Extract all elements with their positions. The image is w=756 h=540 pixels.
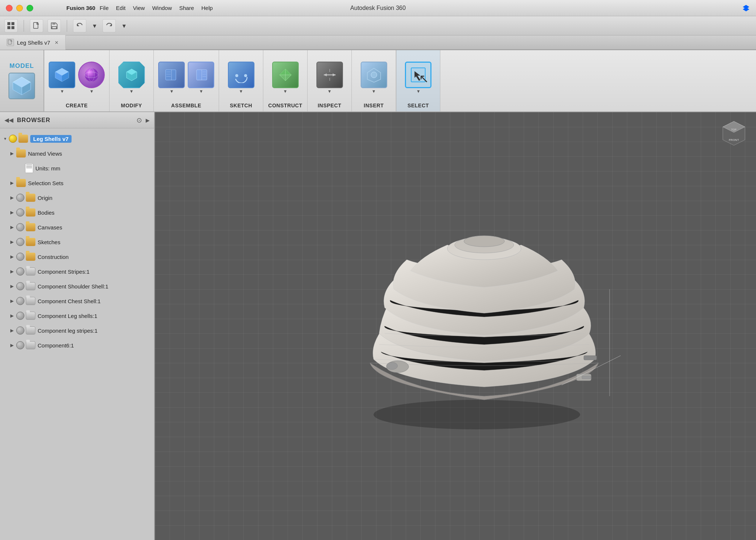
tab-label: Leg Shells v7 [17,39,50,46]
tree-item-bodies[interactable]: ▶ Bodies [0,205,154,220]
tree-item-named-views[interactable]: ▶ Named Views [0,146,154,161]
tree-folder-named-views [16,149,26,158]
tree-item-canvases[interactable]: ▶ Canvases [0,220,154,235]
browser-header: ◀◀ BROWSER ⊙ ▶ [0,112,154,128]
assemble-right-button[interactable]: ▾ [188,62,214,94]
tree-folder-sketches [26,238,35,246]
tree-label-comp-stripes: Component Stripes:1 [38,269,90,275]
document-tab[interactable]: Leg Shells v7 ✕ [0,35,66,50]
window-controls [6,5,33,11]
svg-point-27 [244,74,247,77]
assemble-left-button[interactable]: ▾ [158,62,185,94]
tree-bulb-root [9,135,17,143]
save-button[interactable] [48,19,61,32]
titlebar: Fusion 360 File Edit View Window Share H… [0,0,756,16]
tree-item-comp-leg-stripes[interactable]: ▶ Component leg stripes:1 [0,323,154,338]
ribbon-create-label: CREATE [66,103,88,108]
tree-item-comp-leg[interactable]: ▶ Component Leg shells:1 [0,308,154,323]
ribbon-construct-icons: ▾ [272,53,299,103]
tree-folder-canvases [26,223,35,231]
tree-arrow-construction: ▶ [7,254,16,259]
tree-item-comp-chest[interactable]: ▶ Component Chest Shell:1 [0,294,154,308]
create-sphere-chevron: ▾ [90,88,93,94]
tree-bulb-comp-leg-stripes [16,326,24,335]
tree-item-origin[interactable]: ▶ Origin [0,190,154,205]
tree-item-root[interactable]: ▾ Leg Shells v7 [0,131,154,146]
tree-bulb-origin [16,194,24,202]
menu-window[interactable]: Window [149,4,175,12]
tree-folder-bodies [26,208,35,217]
separator-1 [24,20,24,32]
navigation-cube[interactable]: FRONT TOP [719,120,749,149]
menu-edit[interactable]: Edit [113,4,129,12]
tree-item-selection-sets[interactable]: ▶ Selection Sets [0,176,154,190]
tree-bulb-canvases [16,223,24,231]
tree-item-comp-stripes[interactable]: ▶ Component Stripes:1 [0,264,154,279]
insert-button[interactable]: ▾ [361,62,387,94]
tree-arrow-comp-leg: ▶ [7,313,16,318]
ribbon-inspect-label: INSPECT [318,103,341,108]
svg-point-45 [386,362,398,370]
create-box-button[interactable]: ▾ [49,62,75,94]
create-sphere-button[interactable]: ▾ [78,62,105,94]
browser-panel: ◀◀ BROWSER ⊙ ▶ ▾ Leg Shells v7 ▶ Named V… [0,112,155,540]
ribbon-sketch-icons: ▾ [228,53,254,103]
menu-view[interactable]: View [130,4,148,12]
close-button[interactable] [6,5,13,11]
svg-rect-6 [34,22,38,28]
create-sphere-icon [78,62,105,88]
tree-arrow-origin: ▶ [7,195,16,200]
tree-item-sketches[interactable]: ▶ Sketches [0,235,154,249]
new-file-button[interactable] [30,19,43,32]
maximize-button[interactable] [27,5,33,11]
svg-rect-2 [7,22,10,25]
tree-bulb-comp-chest [16,297,24,305]
tree-folder-comp-shoulder [26,282,35,290]
redo-dropdown[interactable]: ▾ [120,19,128,32]
svg-point-25 [235,71,247,83]
tree-item-comp-shoulder[interactable]: ▶ Component Shoulder Shell:1 [0,279,154,294]
construct-icon [272,62,299,88]
browser-collapse-button[interactable]: ◀◀ [4,117,13,124]
ribbon-select-icons: ▾ [405,53,431,103]
svg-rect-48 [584,356,597,360]
tree-label-sketches: Sketches [38,239,60,245]
menu-help[interactable]: Help [198,4,216,12]
construct-button[interactable]: ▾ [272,62,299,94]
menu-share[interactable]: Share [176,4,197,12]
tab-document-icon [7,39,14,46]
tree-arrow-selection-sets: ▶ [7,180,16,186]
tree-arrow-comp-leg-stripes: ▶ [7,328,16,333]
undo-dropdown[interactable]: ▾ [91,19,98,32]
inspect-button[interactable]: ▾ [316,62,343,94]
window-title: Autodesk Fusion 360 [350,5,406,11]
browser-expander-button[interactable]: ▶ [146,117,150,123]
tree-item-comp6[interactable]: ▶ Component6:1 [0,338,154,353]
select-button[interactable]: ▾ [405,62,431,94]
tree-arrow-comp-shoulder: ▶ [7,284,16,289]
tree-bulb-sketches [16,238,24,246]
tab-close-button[interactable]: ✕ [55,40,59,45]
select-icon [405,62,431,88]
tree-item-units[interactable]: Units: mm [0,161,154,176]
undo-button[interactable] [73,19,86,32]
tree-folder-construction [26,253,35,261]
ribbon-mode-label: MODEL [10,62,34,70]
modify-icon [118,62,145,88]
menu-file[interactable]: File [97,4,111,12]
modify-button[interactable]: ▾ [118,62,145,94]
viewport[interactable]: FRONT TOP [155,112,756,540]
redo-button[interactable] [103,19,116,32]
main-area: ◀◀ BROWSER ⊙ ▶ ▾ Leg Shells v7 ▶ Named V… [0,112,756,540]
browser-options-button[interactable]: ⊙ [136,116,142,124]
assemble-left-icon [158,62,185,88]
sketch-chevron: ▾ [240,88,242,94]
sketch-button[interactable]: ▾ [228,62,254,94]
app-brand: Fusion 360 [66,5,95,11]
svg-marker-33 [324,73,327,76]
grid-view-button[interactable] [4,19,18,32]
tree-folder-comp6 [26,341,35,349]
ribbon-sketch-label: SKETCH [230,103,252,108]
tree-item-construction[interactable]: ▶ Construction [0,249,154,264]
minimize-button[interactable] [16,5,23,11]
